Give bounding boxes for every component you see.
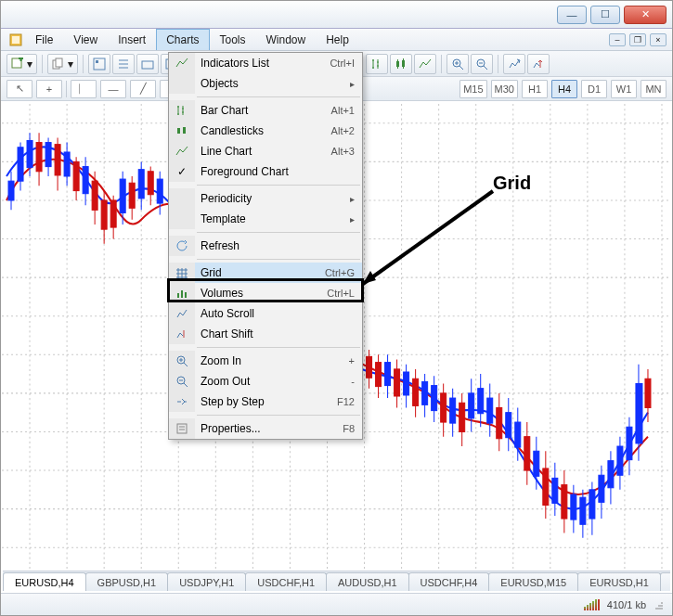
menu-grid[interactable]: Grid Ctrl+G	[169, 263, 362, 283]
minimize-button[interactable]: —	[557, 6, 587, 24]
tab-overflow[interactable]: GE	[660, 572, 670, 591]
menu-insert[interactable]: Insert	[108, 29, 156, 50]
svg-rect-60	[608, 461, 614, 488]
svg-rect-39	[459, 403, 465, 431]
svg-rect-30	[101, 200, 107, 229]
svg-rect-18	[18, 148, 23, 181]
mdi-minimize-button[interactable]: –	[609, 33, 626, 46]
app-icon	[6, 29, 25, 50]
market-watch-button[interactable]	[88, 54, 110, 74]
maximize-button[interactable]: ☐	[590, 6, 620, 24]
tf-m30[interactable]: M30	[491, 80, 518, 98]
crosshair-tool[interactable]: +	[36, 80, 62, 98]
svg-rect-52	[506, 413, 511, 438]
submenu-arrow-icon: ▸	[343, 79, 355, 89]
menu-indicators-list[interactable]: Indicators List Ctrl+I	[169, 53, 362, 73]
menu-refresh[interactable]: Refresh	[169, 236, 362, 256]
svg-rect-57	[580, 497, 586, 524]
autoscroll-button[interactable]	[503, 54, 525, 74]
svg-rect-41	[524, 437, 530, 470]
svg-rect-24	[138, 170, 144, 199]
zoom-out-button[interactable]	[471, 54, 493, 74]
vline-tool[interactable]: ⎸	[71, 80, 97, 98]
svg-rect-59	[599, 475, 604, 502]
svg-rect-56	[571, 494, 576, 520]
svg-rect-44	[385, 363, 391, 386]
menu-zoom-in[interactable]: Zoom In +	[169, 351, 362, 371]
tf-w1[interactable]: W1	[611, 80, 637, 98]
menu-bar-chart[interactable]: Bar Chart Alt+1	[169, 100, 362, 121]
menu-chartshift[interactable]: Chart Shift	[169, 324, 362, 344]
tab-gbpusd-h1[interactable]: GBPUSD,H1	[85, 572, 169, 591]
tab-eurusd-h4[interactable]: EURUSD,H4	[3, 572, 86, 591]
menu-autoscroll[interactable]: Auto Scroll	[169, 303, 362, 324]
profiles-button[interactable]: ▾	[47, 54, 78, 74]
svg-rect-31	[110, 200, 116, 227]
menu-candlesticks[interactable]: Candlesticks Alt+2	[169, 121, 362, 141]
charts-menu-dropdown: Indicators List Ctrl+I Objects ▸ Bar Cha…	[168, 52, 363, 440]
svg-rect-27	[55, 145, 60, 175]
new-chart-button[interactable]: ▾	[6, 54, 37, 74]
menu-template[interactable]: Template ▸	[169, 209, 362, 229]
svg-rect-33	[148, 172, 153, 195]
tab-eurusd-m15[interactable]: EURUSD,M15	[488, 572, 578, 591]
mdi-close-button[interactable]: ×	[650, 33, 667, 46]
close-button[interactable]: ✕	[624, 6, 667, 24]
menu-tools[interactable]: Tools	[210, 29, 256, 50]
line-chart-button[interactable]	[414, 54, 436, 74]
svg-rect-38	[441, 393, 447, 422]
zoom-in-button[interactable]	[447, 54, 469, 74]
cursor-tool[interactable]: ↖	[6, 80, 32, 98]
svg-rect-26	[36, 143, 42, 172]
svg-rect-47	[432, 386, 437, 411]
tf-h1[interactable]: H1	[522, 80, 548, 98]
candlestick-button[interactable]	[390, 54, 412, 74]
svg-rect-14	[402, 60, 405, 67]
menu-zoom-out[interactable]: Zoom Out -	[169, 371, 362, 391]
svg-rect-49	[469, 393, 474, 418]
mdi-restore-button[interactable]: ❐	[629, 33, 646, 46]
statusbar: 410/1 kb	[1, 593, 672, 615]
menu-view[interactable]: View	[63, 29, 108, 50]
tab-usdchf-h4[interactable]: USDCHF,H4	[408, 572, 490, 591]
svg-rect-13	[396, 61, 399, 67]
svg-rect-19	[27, 141, 32, 168]
bar-chart-button[interactable]	[366, 54, 388, 74]
menu-charts[interactable]: Charts	[156, 29, 209, 50]
menu-window[interactable]: Window	[256, 29, 317, 50]
menu-file[interactable]: File	[25, 29, 63, 50]
tf-h4[interactable]: H4	[551, 80, 577, 98]
svg-rect-67	[177, 293, 179, 298]
tf-m15[interactable]: M15	[459, 80, 486, 98]
svg-rect-29	[92, 181, 97, 210]
menu-line-chart[interactable]: Line Chart Alt+3	[169, 141, 362, 161]
chartshift-button[interactable]	[527, 54, 550, 74]
menu-volumes[interactable]: Volumes Ctrl+L	[169, 283, 362, 303]
tf-d1[interactable]: D1	[581, 80, 607, 98]
menu-properties[interactable]: Properties... F8	[169, 418, 362, 439]
hline-tool[interactable]: —	[100, 80, 126, 98]
tab-usdchf-h1[interactable]: USDCHF,H1	[245, 572, 327, 591]
menu-step-by-step[interactable]: Step by Step F12	[169, 391, 362, 412]
trendline-tool[interactable]: ╱	[130, 80, 156, 98]
status-corner-icon	[654, 599, 665, 610]
tab-eurusd-h1[interactable]: EURUSD,H1	[577, 572, 661, 591]
menu-objects[interactable]: Objects ▸	[169, 73, 362, 94]
tab-usdjpy-h1[interactable]: USDJPY,H1	[167, 572, 246, 591]
svg-rect-6	[96, 60, 98, 63]
svg-rect-54	[534, 451, 539, 476]
svg-rect-7	[142, 61, 153, 69]
menu-foreground-chart[interactable]: ✓ Foreground Chart	[169, 161, 362, 182]
svg-rect-50	[478, 389, 484, 414]
navigator-button[interactable]	[112, 54, 135, 74]
terminal-button[interactable]	[136, 54, 159, 74]
svg-rect-4	[56, 58, 62, 67]
tf-mn[interactable]: MN	[641, 80, 667, 98]
svg-rect-46	[422, 381, 428, 404]
svg-rect-55	[552, 478, 558, 503]
menu-periodicity[interactable]: Periodicity ▸	[169, 188, 362, 209]
menu-help[interactable]: Help	[316, 29, 359, 50]
svg-rect-28	[73, 161, 79, 190]
svg-rect-36	[395, 369, 400, 396]
tab-audusd-h1[interactable]: AUDUSD,H1	[326, 572, 409, 591]
